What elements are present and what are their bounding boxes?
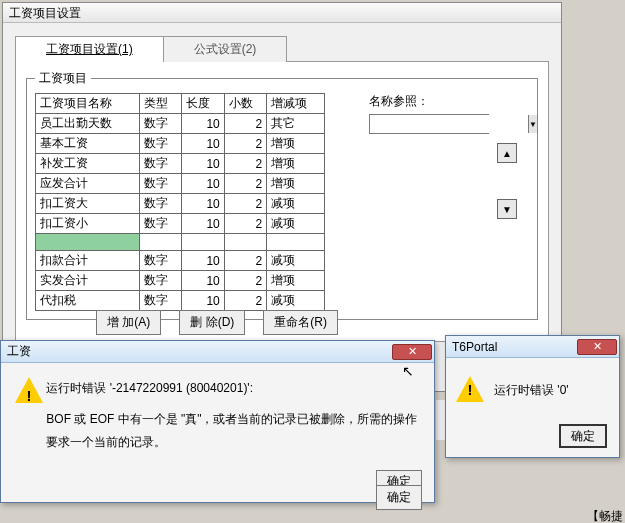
move-down-button[interactable]: ▼ (497, 199, 517, 219)
table-cell: 实发合计 (36, 271, 140, 291)
table-cell: 减项 (267, 251, 325, 271)
table-row[interactable] (36, 234, 325, 251)
table-cell: 10 (182, 174, 224, 194)
rename-button[interactable]: 重命名(R) (263, 310, 338, 335)
table-cell: 数字 (140, 154, 182, 174)
table-cell: 数字 (140, 194, 182, 214)
table-cell (140, 234, 182, 251)
t6portal-error-dialog: T6Portal ✕ 运行时错误 '0' 确定 (445, 335, 620, 458)
warning-icon (456, 376, 484, 404)
table-cell: 10 (182, 291, 224, 311)
table-cell: 2 (224, 214, 266, 234)
table-cell: 10 (182, 271, 224, 291)
table-cell: 补发工资 (36, 154, 140, 174)
delete-button[interactable]: 删 除(D) (179, 310, 245, 335)
table-cell: 数字 (140, 271, 182, 291)
table-cell: 扣工资小 (36, 214, 140, 234)
table-cell: 基本工资 (36, 134, 140, 154)
table-cell (224, 234, 266, 251)
table-row[interactable]: 扣工资大数字102减项 (36, 194, 325, 214)
tab-salary-items[interactable]: 工资项目设置(1) (15, 36, 164, 62)
confirm-button[interactable]: 确定 (376, 485, 422, 510)
col-dec: 小数 (224, 94, 266, 114)
table-row[interactable]: 实发合计数字102增项 (36, 271, 325, 291)
table-cell: 扣工资大 (36, 194, 140, 214)
tab-strip: 工资项目设置(1) 公式设置(2) (15, 35, 549, 62)
table-row[interactable]: 应发合计数字102增项 (36, 174, 325, 194)
table-cell: 2 (224, 114, 266, 134)
table-cell (267, 234, 325, 251)
tab-formula[interactable]: 公式设置(2) (163, 36, 288, 62)
warning-icon (15, 377, 36, 405)
table-cell: 10 (182, 214, 224, 234)
table-cell: 数字 (140, 174, 182, 194)
table-cell: 数字 (140, 251, 182, 271)
col-len: 长度 (182, 94, 224, 114)
col-kind: 增减项 (267, 94, 325, 114)
table-row[interactable]: 员工出勤天数数字102其它 (36, 114, 325, 134)
table-row[interactable]: 扣工资小数字102减项 (36, 214, 325, 234)
corner-tag: 【畅捷 (587, 508, 623, 523)
window-title: 工资项目设置 (3, 3, 561, 23)
table-cell: 增项 (267, 174, 325, 194)
move-up-button[interactable]: ▲ (497, 143, 517, 163)
dialog1-heading: 运行时错误 '-2147220991 (80040201)': (46, 377, 420, 400)
tab-panel: 工资项目 工资项目名称 类型 长度 小数 增减项 员工出勤天数数字102其它基本… (15, 62, 549, 342)
dialog2-close-icon[interactable]: ✕ (577, 339, 617, 355)
action-buttons: 增 加(A) 删 除(D) 重命名(R) (96, 310, 338, 335)
reference-input[interactable] (370, 115, 528, 133)
table-cell: 减项 (267, 194, 325, 214)
table-row[interactable]: 补发工资数字102增项 (36, 154, 325, 174)
reference-label: 名称参照： (369, 93, 429, 110)
table-cell (36, 234, 140, 251)
table-row[interactable]: 代扣税数字102减项 (36, 291, 325, 311)
add-button[interactable]: 增 加(A) (96, 310, 161, 335)
table-cell: 10 (182, 251, 224, 271)
dialog2-titlebar: T6Portal ✕ (446, 336, 619, 358)
table-cell: 10 (182, 194, 224, 214)
dialog1-close-icon[interactable]: ✕ (392, 344, 432, 360)
tab-formula-label: 公式设置(2) (194, 42, 257, 56)
table-cell: 数字 (140, 214, 182, 234)
runtime-error-dialog: 工资 ✕ 运行时错误 '-2147220991 (80040201)': BOF… (0, 340, 435, 503)
table-cell: 10 (182, 134, 224, 154)
table-cell: 2 (224, 134, 266, 154)
group-label: 工资项目 (35, 70, 91, 87)
table-cell: 代扣税 (36, 291, 140, 311)
table-cell: 数字 (140, 291, 182, 311)
table-cell: 其它 (267, 114, 325, 134)
reorder-buttons: ▲ ▼ (497, 143, 517, 311)
table-cell: 数字 (140, 114, 182, 134)
table-cell (182, 234, 224, 251)
table-cell: 员工出勤天数 (36, 114, 140, 134)
table-cell: 2 (224, 271, 266, 291)
table-cell: 应发合计 (36, 174, 140, 194)
table-row[interactable]: 基本工资数字102增项 (36, 134, 325, 154)
dialog2-ok-button[interactable]: 确定 (559, 424, 607, 448)
dialog2-body-text: 运行时错误 '0' (494, 382, 569, 399)
table-cell: 增项 (267, 154, 325, 174)
table-cell: 增项 (267, 271, 325, 291)
dialog1-title: 工资 (7, 343, 31, 360)
reference-dropdown-icon[interactable]: ▼ (528, 115, 537, 133)
table-cell: 2 (224, 174, 266, 194)
table-cell: 10 (182, 154, 224, 174)
table-cell: 数字 (140, 134, 182, 154)
salary-items-group: 工资项目 工资项目名称 类型 长度 小数 增减项 员工出勤天数数字102其它基本… (26, 70, 538, 320)
tab-salary-items-label: 工资项目设置(1) (46, 42, 133, 56)
reference-column: 名称参照： ▼ (369, 93, 489, 311)
table-cell: 10 (182, 114, 224, 134)
table-row[interactable]: 扣款合计数字102减项 (36, 251, 325, 271)
table-cell: 2 (224, 251, 266, 271)
table-cell: 增项 (267, 134, 325, 154)
table-cell: 2 (224, 194, 266, 214)
table-cell: 减项 (267, 214, 325, 234)
table-cell: 扣款合计 (36, 251, 140, 271)
client-area: 工资项目设置(1) 公式设置(2) 工资项目 工资项目名称 类型 长度 小数 增… (3, 23, 561, 354)
dialog2-title: T6Portal (452, 340, 497, 354)
col-type: 类型 (140, 94, 182, 114)
reference-combo[interactable]: ▼ (369, 114, 489, 134)
table-cell: 2 (224, 154, 266, 174)
salary-items-window: 工资项目设置 工资项目设置(1) 公式设置(2) 工资项目 工资项目名称 类型 … (2, 2, 562, 392)
salary-items-table[interactable]: 工资项目名称 类型 长度 小数 增减项 员工出勤天数数字102其它基本工资数字1… (35, 93, 325, 311)
